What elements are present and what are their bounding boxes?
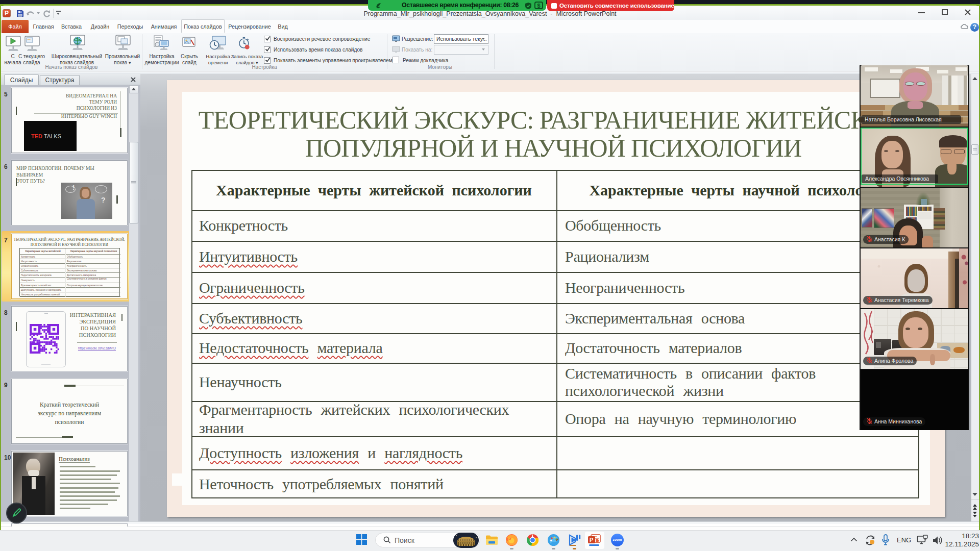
svg-text:P: P bbox=[590, 537, 593, 543]
